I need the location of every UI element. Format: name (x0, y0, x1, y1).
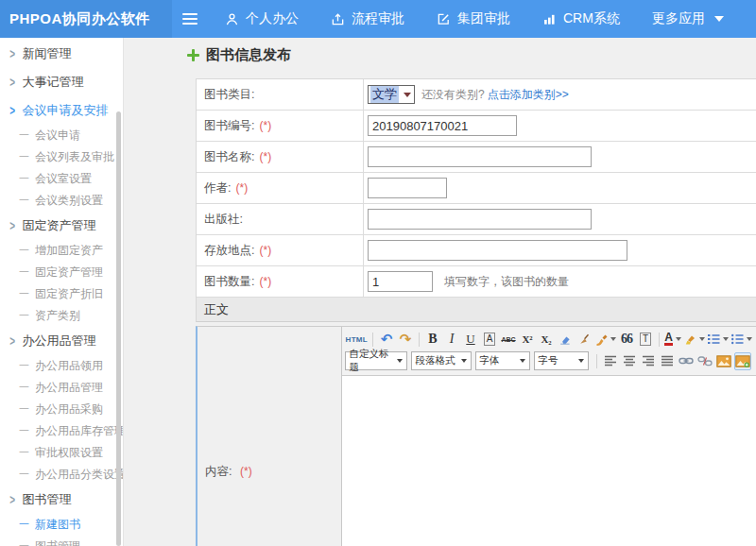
align-justify-button[interactable] (659, 352, 676, 370)
font-family-select[interactable]: 字体 (475, 351, 530, 370)
font-color-button[interactable]: A (664, 331, 681, 349)
ordered-list-button[interactable] (707, 331, 729, 349)
form-row-book-number: 图书编号: (*) (197, 111, 756, 142)
clear-format-button[interactable] (576, 331, 593, 349)
sidebar-item-office-supplies[interactable]: >办公用品管理 (0, 327, 123, 355)
unordered-list-button[interactable] (730, 331, 752, 349)
font-size-select[interactable]: 字号 (534, 351, 589, 370)
publisher-input[interactable] (368, 209, 592, 230)
sidebar-item-meeting-apply[interactable]: 一会议申请 (0, 125, 123, 146)
custom-heading-select[interactable]: 自定义标题 (345, 351, 407, 370)
required-mark: (*) (259, 119, 271, 132)
align-right-button[interactable] (640, 352, 657, 370)
nav-workflow-approval[interactable]: 流程审批 (331, 10, 404, 27)
book-name-input[interactable] (368, 146, 592, 167)
unordered-list-icon (730, 333, 744, 346)
chevron-right-icon: > (9, 323, 15, 359)
sidebar-item-new-book[interactable]: 一新建图书 (0, 514, 123, 536)
sidebar-item-supplies-inventory[interactable]: 一办公用品库存管理 (0, 420, 123, 442)
dash-bullet-icon: 一 (19, 425, 29, 436)
sidebar-item-meeting-category-settings[interactable]: 一会议类别设置 (0, 190, 123, 212)
editor-toolbar: HTML ↶ ↷ B I U A ABC X² X₂ (342, 327, 756, 376)
blockquote-icon: 66 (621, 332, 632, 347)
undo-button[interactable]: ↶ (378, 331, 395, 349)
hamburger-icon (182, 18, 198, 20)
sidebar-item-news-management[interactable]: >新闻管理 (0, 40, 123, 68)
bold-button[interactable]: B (424, 331, 441, 349)
blockquote-button[interactable]: 66 (618, 331, 635, 349)
nav-label: 更多应用 (652, 10, 705, 27)
sidebar-item-supplies-purchase[interactable]: 一办公用品采购 (0, 399, 123, 420)
menu-toggle-button[interactable] (176, 0, 204, 38)
superscript-icon: X² (522, 333, 532, 345)
sidebar-item-meeting-request[interactable]: >会议申请及安排 (0, 96, 123, 125)
editor-content-area[interactable] (342, 376, 756, 546)
subscript-button[interactable]: X₂ (538, 331, 555, 349)
nav-crm-system[interactable]: CRM系统 (542, 10, 620, 27)
align-left-button[interactable] (602, 352, 619, 370)
dash-bullet-icon: 一 (19, 447, 29, 458)
sidebar-item-add-fixed-asset[interactable]: 一增加固定资产 (0, 240, 123, 262)
quantity-input[interactable] (368, 271, 433, 292)
dash-bullet-icon: 一 (19, 173, 29, 184)
form-row-location: 存放地点: (*) (197, 235, 756, 266)
italic-icon: I (450, 332, 455, 347)
italic-button[interactable]: I (443, 331, 460, 349)
paste-as-text-button[interactable]: T (637, 331, 654, 349)
content-section: 内容: (*) HTML ↶ ↷ B I U A ABC (196, 326, 756, 546)
nav-more-apps[interactable]: 更多应用 (652, 10, 724, 27)
highlight-color-button[interactable] (683, 331, 705, 349)
insert-link-button[interactable] (678, 352, 695, 370)
sidebar-item-events-management[interactable]: >大事记管理 (0, 68, 123, 96)
ordered-list-icon (707, 333, 720, 346)
nav-group-approval[interactable]: 集团审批 (437, 10, 510, 27)
sidebar-item-meeting-list-approval[interactable]: 一会议列表及审批 (0, 146, 123, 168)
nav-personal-office[interactable]: 个人办公 (225, 10, 299, 27)
add-category-link[interactable]: 点击添加类别>> (488, 87, 569, 103)
sidebar-item-supplies-management[interactable]: 一办公用品管理 (0, 377, 123, 399)
superscript-button[interactable]: X² (519, 331, 536, 349)
undo-icon: ↶ (381, 331, 393, 348)
field-label: 作者: (204, 180, 231, 196)
sidebar-scrollbar[interactable] (116, 111, 121, 546)
sidebar-item-book-list-management[interactable]: 一图书管理 (0, 536, 123, 546)
rich-text-editor: HTML ↶ ↷ B I U A ABC X² X₂ (341, 327, 756, 546)
caret-down-icon (397, 359, 403, 363)
caret-down-icon (714, 16, 724, 22)
author-input[interactable] (368, 178, 447, 198)
underline-button[interactable]: U (462, 331, 479, 349)
insert-media-button[interactable] (734, 352, 751, 370)
remove-format-button[interactable] (557, 331, 574, 349)
sidebar-item-meeting-room-settings[interactable]: 一会议室设置 (0, 168, 123, 190)
sidebar-item-approval-permission-settings[interactable]: 一审批权限设置 (0, 442, 123, 464)
required-mark: (*) (259, 275, 271, 288)
sidebar-item-supplies-category-settings[interactable]: 一办公用品分类设置 (0, 464, 123, 486)
format-painter-button[interactable] (594, 331, 616, 349)
font-name-button[interactable]: A (481, 331, 498, 349)
sidebar-nav: >新闻管理 >大事记管理 >会议申请及安排 一会议申请 一会议列表及审批 一会议… (0, 38, 124, 546)
dash-bullet-icon: 一 (19, 310, 29, 321)
unlink-button[interactable] (696, 352, 713, 370)
sidebar-item-supplies-requisition[interactable]: 一办公用品领用 (0, 355, 123, 377)
redo-button[interactable]: ↷ (397, 331, 414, 349)
dash-bullet-icon: 一 (19, 151, 29, 162)
sidebar-item-book-management[interactable]: >图书管理 (0, 486, 123, 514)
category-select[interactable]: 文学 (368, 85, 415, 104)
insert-image-button[interactable] (715, 352, 732, 370)
strikethrough-button[interactable]: ABC (500, 331, 517, 349)
dash-bullet-icon: 一 (19, 129, 29, 141)
user-icon (225, 12, 239, 26)
sidebar-item-asset-category[interactable]: 一资产类别 (0, 305, 123, 327)
toolbar-separator (596, 354, 597, 368)
sidebar-item-fixed-asset-depreciation[interactable]: 一固定资产折旧 (0, 283, 123, 305)
paragraph-format-select[interactable]: 段落格式 (411, 351, 472, 370)
caret-down-icon (461, 359, 467, 363)
toolbar-separator (659, 333, 660, 347)
book-number-input[interactable] (368, 115, 517, 136)
sidebar-item-fixed-asset-management[interactable]: 一固定资产管理 (0, 262, 123, 283)
sidebar-item-fixed-assets[interactable]: >固定资产管理 (0, 212, 123, 240)
edit-square-icon (437, 12, 451, 26)
align-center-button[interactable] (621, 352, 638, 370)
source-code-button[interactable]: HTML (346, 331, 368, 349)
location-input[interactable] (368, 240, 627, 261)
